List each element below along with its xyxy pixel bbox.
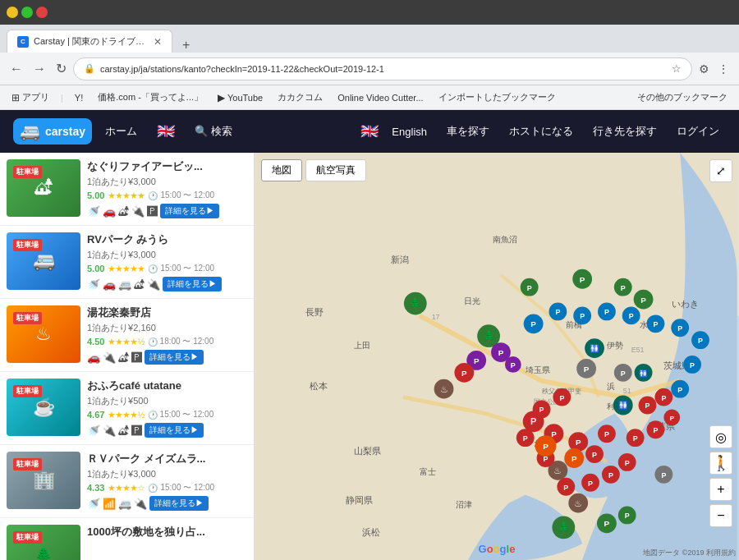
streetview-button[interactable]: 🚶: [709, 452, 732, 475]
map-tab-satellite[interactable]: 航空写真: [305, 159, 366, 181]
new-tab-button[interactable]: +: [176, 38, 196, 53]
listing-panel: 駐車場 🏕 なぐりファイアービッ... 1泊あたり¥3,000 5.00 ★★★…: [0, 153, 255, 560]
listing-badge: 駐車場: [13, 312, 42, 324]
svg-text:P: P: [511, 361, 516, 370]
bookmark-kakakucom[interactable]: カカクコム: [273, 90, 328, 105]
zoom-in-button[interactable]: +: [709, 478, 732, 501]
listing-title: おふろcafé utatane: [87, 379, 247, 393]
list-item[interactable]: 駐車場 🏢 ＲＶパーク メイズムラ... 1泊あたり¥3,000 4.33 ★★…: [0, 445, 254, 518]
listing-amenities: 🚿 📶 🚐 🔌 詳細を見る▶: [87, 496, 247, 511]
search-button[interactable]: 🔍 検索: [188, 121, 239, 142]
nav-english[interactable]: English: [385, 122, 434, 141]
bookmark-youtube[interactable]: ▶ YouTube: [213, 90, 268, 105]
svg-text:P: P: [621, 370, 626, 378]
svg-text:P: P: [625, 459, 630, 467]
time-row: 🕐 15:00 〜 12:00: [148, 409, 214, 420]
tab-favicon: C: [17, 36, 29, 48]
listing-title: RVパーク みうら: [87, 232, 247, 247]
svg-text:P: P: [543, 442, 549, 451]
active-tab[interactable]: C Carstay | 関東のドライブスポット・車... ✕: [7, 30, 172, 53]
bookmark-others[interactable]: その他のブックマーク: [632, 90, 732, 105]
minimize-button[interactable]: [7, 7, 18, 18]
time-row: 🕐 18:00 〜 12:00: [148, 336, 214, 347]
bookmarks-bar: ⊞ アプリ | Y! 価格.com -「買ってよ...」 ▶ YouTube カ…: [0, 85, 739, 110]
detail-button[interactable]: 詳細を見る▶: [160, 204, 219, 218]
bookmark-imported[interactable]: インポートしたブックマーク: [434, 90, 561, 105]
detail-button[interactable]: 詳細を見る▶: [149, 496, 209, 511]
svg-text:P: P: [633, 434, 638, 443]
login-button[interactable]: ログイン: [670, 121, 726, 142]
bookmark-kakaku[interactable]: 価格.com -「買ってよ...」: [93, 90, 208, 105]
list-item[interactable]: 駐車場 ♨ 湯花楽秦野店 1泊あたり¥2,160 4.50 ★★★★½ 🕐 18…: [0, 299, 254, 372]
listing-info: RVパーク みうら 1泊あたり¥3,000 5.00 ★★★★★ 🕐 15:00…: [87, 232, 247, 291]
listing-badge: 駐車場: [13, 458, 42, 470]
map-tab-map[interactable]: 地図: [261, 159, 302, 181]
svg-text:♨: ♨: [553, 466, 562, 475]
detail-button[interactable]: 詳細を見る▶: [163, 277, 222, 291]
time-row: 🕐 15:00 〜 12:00: [148, 482, 214, 493]
svg-text:P: P: [474, 356, 480, 365]
plus-icon: +: [717, 482, 724, 497]
extensions-button[interactable]: ⚙: [695, 59, 713, 79]
nav-home[interactable]: ホーム: [99, 121, 144, 142]
nav-find-destination[interactable]: 行き先を探す: [586, 121, 663, 142]
zoom-out-button[interactable]: −: [709, 504, 732, 527]
list-item[interactable]: 駐車場 ☕ おふろcafé utatane 1泊あたり¥500 4.67 ★★★…: [0, 372, 254, 445]
listing-badge: 駐車場: [13, 166, 42, 178]
detail-button[interactable]: 詳細を見る▶: [145, 350, 204, 365]
map-expand-button[interactable]: ⤢: [709, 159, 732, 182]
menu-button[interactable]: ⋮: [714, 59, 732, 79]
logo[interactable]: 🚐 carstay: [13, 118, 92, 145]
time-row: 🕐 15:00 〜 12:00: [148, 263, 214, 274]
list-item[interactable]: 駐車場 🚐 RVパーク みうら 1泊あたり¥3,000 5.00 ★★★★★ 🕐…: [0, 226, 254, 299]
svg-text:🚻: 🚻: [618, 400, 629, 411]
clock-icon: 🕐: [148, 337, 158, 347]
svg-text:P: P: [690, 361, 695, 370]
main-content: 駐車場 🏕 なぐりファイアービッ... 1泊あたり¥3,000 5.00 ★★★…: [0, 153, 739, 560]
listing-title: ＲＶパーク メイズムラ...: [87, 452, 247, 466]
rating-score: 4.33: [87, 483, 104, 493]
listing-info: なぐりファイアービッ... 1泊あたり¥3,000 5.00 ★★★★★ 🕐 1…: [87, 159, 247, 218]
svg-text:P: P: [604, 430, 609, 438]
language-button[interactable]: 🇬🇧: [150, 119, 181, 144]
refresh-button[interactable]: ↻: [53, 57, 70, 80]
bookmark-kakaku-label: 価格.com -「買ってよ...」: [98, 91, 203, 103]
forward-button[interactable]: →: [30, 58, 49, 80]
maximize-button[interactable]: [21, 7, 33, 18]
svg-text:富士: 富士: [420, 467, 436, 476]
close-button[interactable]: [36, 7, 48, 18]
svg-text:P: P: [677, 324, 682, 333]
map-toolbar: 地図 航空写真: [261, 159, 366, 181]
list-item[interactable]: 駐車場 🌲 1000坪の敷地を独り占...: [0, 518, 254, 560]
locate-button[interactable]: ◎: [709, 425, 732, 448]
listing-amenities: 🚿 🔌 🏕 🅿 詳細を見る▶: [87, 423, 247, 438]
url-input[interactable]: 🔒 carstay.jp/ja/stations/kanto?checkIn=2…: [73, 57, 692, 80]
clock-icon: 🕐: [148, 411, 158, 420]
tab-close-icon[interactable]: ✕: [154, 36, 162, 48]
nav-become-host[interactable]: ホストになる: [503, 121, 580, 142]
clock-icon: 🕐: [148, 484, 158, 493]
listing-price: 1泊あたり¥3,000: [87, 468, 247, 480]
svg-text:🌲: 🌲: [483, 329, 495, 342]
list-item[interactable]: 駐車場 🏕 なぐりファイアービッ... 1泊あたり¥3,000 5.00 ★★★…: [0, 153, 254, 226]
listing-time: 15:00 〜 12:00: [160, 190, 214, 201]
bookmark-star-icon[interactable]: ☆: [672, 62, 682, 75]
detail-button[interactable]: 詳細を見る▶: [145, 423, 204, 438]
listing-rating: 4.33 ★★★★☆ 🕐 15:00 〜 12:00: [87, 482, 247, 493]
bookmark-videocutter-label: Online Video Cutter...: [337, 93, 423, 103]
bookmark-videocutter[interactable]: Online Video Cutter...: [333, 91, 428, 104]
svg-text:P: P: [530, 416, 536, 426]
svg-text:P: P: [604, 519, 610, 528]
svg-text:新潟: 新潟: [391, 255, 409, 264]
apps-icon: ⊞: [11, 92, 20, 103]
nav-find-car[interactable]: 車を探す: [440, 121, 496, 142]
locate-icon: ◎: [715, 429, 727, 445]
listing-time: 15:00 〜 12:00: [160, 409, 214, 420]
bookmark-apps[interactable]: ⊞ アプリ: [7, 90, 54, 105]
bookmark-yahoo[interactable]: Y!: [70, 91, 88, 104]
header-nav: 🇬🇧 English 車を探す ホストになる 行き先を探す ログイン: [360, 121, 726, 142]
back-button[interactable]: ←: [7, 58, 26, 80]
svg-text:P: P: [621, 284, 626, 292]
svg-text:いわき: いわき: [672, 299, 699, 309]
listing-badge: 駐車場: [13, 385, 42, 397]
